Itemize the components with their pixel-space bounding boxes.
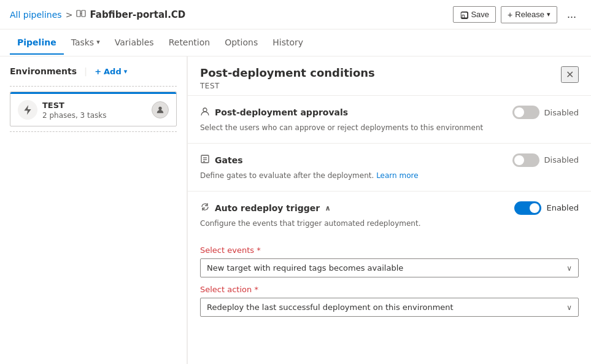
save-label: Save [471,10,489,19]
close-button[interactable]: ✕ [561,66,579,83]
approvals-section-header: Post-deployment approvals Disabled [200,106,579,119]
env-info: TEST 2 phases, 3 tasks [42,101,147,120]
ellipsis-icon: ... [567,8,576,20]
auto-redeploy-toggle-thumb [530,203,539,213]
gates-icon [200,154,210,166]
approvals-section: Post-deployment approvals Disabled Selec… [188,96,591,144]
chevron-down-icon: ▾ [547,10,550,18]
gates-section: Gates Disabled Define gates to evaluate … [188,144,591,192]
auto-redeploy-form: Select events * New target with required… [188,246,591,327]
gates-toggle-label: Disabled [544,155,579,165]
release-label: Release [515,10,544,19]
main-content: Environments | + Add ▾ TEST 2 phases, 3 … [0,56,591,364]
pipeline-name: Fabfiber-portal.CD [90,9,185,20]
action-chevron-icon: ∨ [566,303,572,312]
approvals-toggle-container: Disabled [512,106,579,119]
panel-title: Post-deployment conditions [200,66,375,79]
env-lightning-icon [18,100,37,120]
close-icon: ✕ [566,69,574,80]
tab-pipeline[interactable]: Pipeline [10,31,64,55]
env-meta: 2 phases, 3 tasks [42,111,147,120]
plus-icon: + [508,10,512,20]
app-header: All pipelines > Fabfiber-portal.CD Save … [0,0,591,29]
auto-redeploy-section: Auto redeploy trigger ∧ Enabled Configur… [188,192,591,239]
header-actions: Save + Release ▾ ... [453,6,581,23]
action-value: Redeploy the last successful deployment … [207,303,454,312]
approvals-toggle-thumb [514,107,524,117]
panel-subtitle: TEST [200,82,375,90]
auto-redeploy-toggle[interactable] [514,201,541,215]
gates-section-header: Gates Disabled [200,153,579,167]
release-button[interactable]: + Release ▾ [501,6,557,23]
environments-label: Environments [10,66,77,76]
approvals-toggle-label: Disabled [544,108,579,117]
save-button[interactable]: Save [453,6,496,23]
tab-options[interactable]: Options [217,31,265,55]
pipeline-icon [76,9,86,21]
gates-title: Gates [200,154,242,166]
events-select[interactable]: New target with required tags becomes av… [200,258,579,277]
top-dashed-line [10,86,177,87]
auto-redeploy-toggle-container: Enabled [514,201,579,215]
environment-card-test[interactable]: TEST 2 phases, 3 tasks [10,91,177,126]
environments-header: Environments | + Add ▾ [0,64,187,83]
env-avatar[interactable] [152,101,169,118]
right-panel: Post-deployment conditions TEST ✕ Post-d… [187,56,591,364]
events-value: New target with required tags becomes av… [207,263,403,273]
gates-title-text: Gates [215,155,242,165]
svg-point-4 [158,107,161,110]
left-panel: Environments | + Add ▾ TEST 2 phases, 3 … [0,56,187,364]
gates-toggle-container: Disabled [512,153,579,167]
approvals-title-text: Post-deployment approvals [215,107,348,117]
card-body: TEST 2 phases, 3 tasks [10,94,176,126]
add-chevron-icon: ▾ [124,68,128,76]
auto-redeploy-title-text: Auto redeploy trigger [215,203,320,213]
panel-title-area: Post-deployment conditions TEST [200,66,375,90]
gates-toggle[interactable] [512,153,539,167]
bottom-dashed-line [10,131,177,132]
auto-redeploy-toggle-label: Enabled [546,203,579,212]
action-select[interactable]: Redeploy the last successful deployment … [200,298,579,317]
action-required: * [254,285,258,294]
tab-variables[interactable]: Variables [107,31,161,55]
auto-redeploy-title: Auto redeploy trigger ∧ [200,202,331,214]
breadcrumb-all-pipelines[interactable]: All pipelines [10,10,62,20]
gates-description: Define gates to evaluate after the deplo… [200,171,579,181]
svg-rect-0 [77,10,80,17]
more-options-button[interactable]: ... [562,6,581,23]
collapse-icon[interactable]: ∧ [325,204,331,212]
tab-tasks[interactable]: Tasks ▾ [64,31,107,55]
approvals-toggle[interactable] [512,106,539,119]
tasks-chevron-icon: ▾ [96,38,100,46]
env-header-sep: | [84,66,87,76]
approvals-description: Select the users who can approve or reje… [200,123,579,133]
auto-redeploy-description: Configure the events that trigger automa… [200,219,579,229]
events-required: * [257,246,261,255]
events-chevron-icon: ∨ [566,264,572,273]
gates-toggle-thumb [514,155,524,165]
add-icon: + [95,67,101,76]
add-label: Add [104,67,122,76]
add-environment-button[interactable]: + Add ▾ [95,67,127,76]
panel-header: Post-deployment conditions TEST ✕ [188,56,591,96]
tab-history[interactable]: History [265,31,311,55]
env-name: TEST [42,101,147,110]
breadcrumb-nav: All pipelines > Fabfiber-portal.CD [10,9,185,21]
svg-rect-1 [82,10,85,17]
nav-tabs: Pipeline Tasks ▾ Variables Retention Opt… [0,29,591,56]
auto-redeploy-section-header: Auto redeploy trigger ∧ Enabled [200,201,579,215]
action-label: Select action * [200,285,579,294]
events-label: Select events * [200,246,579,255]
svg-point-5 [203,108,207,112]
approvals-title: Post-deployment approvals [200,107,348,118]
tab-retention[interactable]: Retention [161,31,218,55]
breadcrumb-separator: > [66,10,73,20]
learn-more-link[interactable]: Learn more [376,171,418,180]
redeploy-icon [200,202,210,214]
svg-marker-3 [24,105,31,115]
person-icon [200,107,210,118]
